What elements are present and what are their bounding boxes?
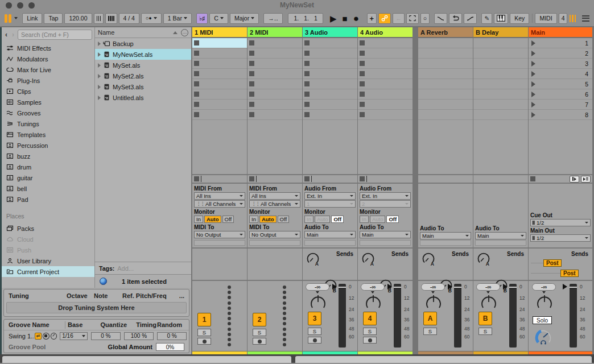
scene-slot-5[interactable]: 5 — [529, 79, 592, 89]
output-type-select[interactable]: No Output — [249, 231, 300, 238]
arm-button[interactable] — [308, 337, 321, 344]
scene-play-icon[interactable] — [531, 61, 535, 67]
play-button[interactable]: ▶ — [330, 14, 337, 23]
sort-ascending-icon[interactable] — [173, 31, 178, 34]
clip-slot[interactable] — [358, 59, 412, 69]
solo-button[interactable]: S — [253, 329, 266, 336]
tempo-field[interactable]: 120.00 — [64, 13, 92, 24]
search-input[interactable]: Search (Cmd + F) — [18, 30, 92, 40]
volume-fader[interactable] — [563, 284, 567, 289]
arrangement-position[interactable]: 1.1.1 — [288, 13, 323, 24]
new-midi-clip-button[interactable]: + — [367, 13, 377, 24]
clip-slot[interactable] — [473, 79, 528, 89]
monitor-auto-button[interactable]: Auto — [370, 216, 386, 223]
link-button[interactable]: Link — [22, 13, 42, 24]
track-activator-button[interactable]: 4 — [363, 312, 377, 325]
metronome-button[interactable]: ○● — [141, 13, 162, 24]
cue-volume-knob[interactable] — [534, 328, 553, 348]
tuning-more-button[interactable]: ... — [179, 292, 184, 299]
clip-slot[interactable] — [358, 69, 412, 79]
clip-slot[interactable] — [473, 38, 528, 48]
clip-stop-icon[interactable] — [194, 51, 199, 56]
clip-slot[interactable] — [248, 89, 302, 100]
expand-icon[interactable] — [98, 74, 101, 78]
ramp-curve-button[interactable] — [464, 13, 477, 24]
tags-add-field[interactable]: Add... — [117, 265, 134, 272]
status-view[interactable] — [295, 356, 592, 363]
clip-slot[interactable] — [358, 48, 412, 59]
clip-slot[interactable] — [192, 59, 247, 69]
clip-slot[interactable] — [473, 48, 528, 59]
clip-slot[interactable] — [473, 59, 528, 69]
scene-slot-6[interactable]: 6 — [529, 89, 592, 100]
sidebar-item-packs[interactable]: Packs — [2, 223, 94, 234]
input-type-select[interactable]: Ext. In — [304, 192, 356, 200]
track-header[interactable]: 2 MIDI — [248, 27, 302, 38]
input-type-select[interactable]: All Ins — [194, 192, 245, 200]
input-type-select[interactable]: All Ins — [249, 192, 300, 200]
track-header[interactable]: 4 Audio — [358, 27, 412, 38]
clip-stop-icon[interactable] — [194, 92, 199, 97]
sidebar-item-plug-ins[interactable]: Plug-Ins — [2, 75, 94, 86]
clip-stop-icon[interactable] — [360, 71, 365, 76]
track-header[interactable]: A Reverb — [418, 27, 473, 38]
output-type-select[interactable]: No Output — [194, 231, 245, 238]
groove-quantize-value[interactable]: 0 % — [91, 332, 121, 340]
solo-button[interactable]: S — [308, 328, 321, 335]
clip-stop-icon[interactable] — [304, 61, 310, 66]
expand-icon[interactable] — [98, 85, 101, 89]
clip-stop-icon[interactable] — [360, 92, 365, 97]
browser-back-button[interactable]: ‹ — [4, 31, 9, 39]
clip-slot[interactable] — [473, 110, 528, 120]
sidebar-item-modulators[interactable]: Modulators — [2, 53, 94, 64]
track-header[interactable]: B Delay — [473, 27, 528, 38]
clip-slot[interactable] — [418, 110, 473, 120]
computer-midi-keyboard-button[interactable] — [494, 13, 508, 24]
clip-stop-icon[interactable] — [304, 112, 310, 117]
capture-midi-button[interactable] — [406, 13, 419, 24]
peak-level-display[interactable]: -∞ — [532, 283, 556, 291]
volume-fader[interactable] — [332, 284, 337, 289]
monitor-in-button[interactable]: In — [249, 216, 258, 223]
clip-stop-icon[interactable] — [249, 112, 254, 117]
track-stop-row[interactable] — [192, 174, 247, 184]
pan-knob[interactable] — [534, 293, 555, 312]
clip-slot[interactable] — [418, 38, 473, 48]
scene-play-icon[interactable] — [531, 112, 535, 118]
nudge-down-button[interactable] — [94, 13, 104, 24]
scale-name-menu[interactable]: Major — [230, 13, 259, 24]
clip-stop-icon[interactable] — [360, 61, 365, 66]
clip-slot[interactable] — [248, 110, 302, 120]
monitor-auto-button[interactable]: Auto — [315, 216, 331, 223]
volume-fader[interactable] — [448, 284, 452, 289]
scene-follow-actions-button[interactable] — [581, 176, 591, 183]
hot-swap-groove-icon[interactable]: ⇄ — [35, 333, 42, 340]
sidebar-item-percussion[interactable]: Percussion — [2, 140, 94, 151]
scene-slot-3[interactable]: 3 — [529, 59, 592, 69]
groove-base-select[interactable]: 1/16 — [60, 332, 87, 340]
expand-icon[interactable] — [98, 42, 101, 46]
track-activator-button[interactable]: 3 — [308, 312, 321, 325]
expand-icon[interactable] — [98, 52, 101, 57]
peak-level-display[interactable]: -∞ — [361, 283, 385, 291]
clip-slot[interactable] — [418, 100, 473, 110]
clip-stop-icon[interactable] — [249, 51, 254, 56]
scale-root-menu[interactable]: C — [209, 13, 228, 24]
clip-slot[interactable] — [473, 100, 528, 110]
input-channel-select[interactable]: 1 — [304, 200, 356, 208]
expand-icon[interactable] — [98, 63, 101, 68]
track-header[interactable]: 1 MIDI — [192, 27, 247, 38]
track-stop-row[interactable] — [303, 174, 357, 184]
clip-slot[interactable] — [418, 59, 473, 69]
track-header[interactable]: Main — [529, 27, 592, 38]
global-amount-value[interactable]: 0% — [156, 343, 184, 351]
clip-slot[interactable] — [303, 48, 357, 59]
output-type-select[interactable]: Main — [420, 232, 471, 239]
scene-slot-8[interactable]: 8 — [529, 110, 592, 120]
clip-stop-icon[interactable] — [194, 71, 199, 76]
clip-slot[interactable] — [358, 100, 412, 110]
scene-slot-1[interactable]: 1 — [529, 38, 592, 48]
input-channel-select[interactable]: 2 — [360, 200, 411, 208]
track-stop-row[interactable] — [358, 174, 412, 184]
output-type-select[interactable]: Main — [304, 231, 356, 238]
